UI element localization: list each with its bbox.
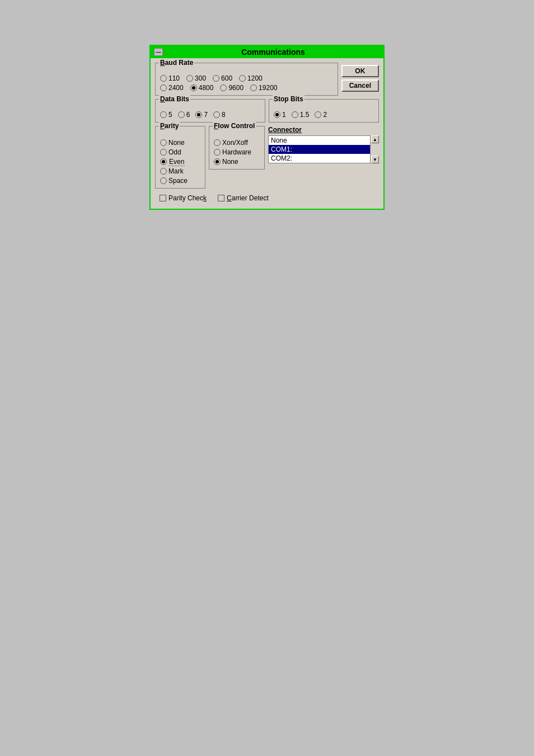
baud-4800-selected [192, 86, 195, 90]
data-5[interactable]: 5 [160, 111, 172, 119]
flow-none-selected [216, 160, 219, 163]
dialog-body: Baud Rate 110 300 6 [151, 58, 383, 209]
connector-com2[interactable]: COM2: [269, 154, 370, 163]
carrier-detect-checkbox[interactable]: Carrier Detect [218, 194, 269, 202]
connector-box: None COM1: COM2: ▲ ▼ [268, 135, 379, 163]
connector-com1[interactable]: COM1: [269, 145, 370, 154]
ok-button[interactable]: OK [341, 65, 379, 77]
baud-9600[interactable]: 9600 [220, 84, 243, 92]
data-7-radio[interactable] [195, 111, 202, 118]
parity-none[interactable]: None [160, 139, 200, 147]
parity-options: None Odd Even Mark [160, 134, 200, 185]
carrier-detect-box[interactable] [218, 195, 224, 201]
baud-9600-radio[interactable] [220, 84, 227, 91]
baud-4800[interactable]: 4800 [190, 84, 214, 92]
bottom-row: Parity None Odd Even [155, 126, 379, 189]
stop-1-5[interactable]: 1.5 [292, 111, 310, 119]
baud-600[interactable]: 600 [213, 74, 232, 82]
flow-control-label: Flow Control [213, 122, 256, 130]
stop-bits-group: Stop Bits 1 1.5 2 [269, 99, 379, 123]
baud-row-1: 110 300 600 1200 [160, 74, 333, 82]
connector-section: Connector None COM1: COM2: ▲ ▼ [268, 126, 379, 163]
parity-even-radio[interactable] [160, 158, 167, 165]
data-7[interactable]: 7 [195, 111, 208, 119]
stop-1-5-radio[interactable] [292, 111, 298, 118]
communications-dialog: — Communications Baud Rate 110 [149, 45, 385, 210]
flow-xon-xoff[interactable]: Xon/Xoff [214, 139, 260, 147]
data-7-selected [197, 113, 200, 116]
data-bits-label: Data Bits [159, 95, 190, 103]
flow-xon-xoff-radio[interactable] [214, 139, 221, 146]
cancel-button[interactable]: Cancel [341, 79, 379, 92]
parity-mark-radio[interactable] [160, 168, 167, 175]
parity-none-radio[interactable] [160, 139, 167, 146]
dialog-title: Communications [166, 48, 380, 57]
baud-row-2: 2400 4800 9600 [160, 84, 333, 92]
buttons-col: OK Cancel [341, 65, 379, 92]
parity-space-radio[interactable] [160, 177, 167, 184]
parity-check-box[interactable] [160, 195, 166, 201]
stop-1[interactable]: 1 [274, 111, 286, 119]
data-6-radio[interactable] [178, 111, 185, 118]
stop-1-radio[interactable] [274, 111, 280, 118]
stop-2[interactable]: 2 [315, 111, 327, 119]
baud-rate-grid: 110 300 600 1200 [160, 74, 333, 92]
stop-bits-row: 1 1.5 2 [274, 111, 374, 119]
data-6[interactable]: 6 [178, 111, 190, 119]
stop-2-radio[interactable] [315, 111, 321, 118]
data-5-radio[interactable] [160, 111, 167, 118]
baud-110-radio[interactable] [160, 75, 167, 82]
flow-hardware[interactable]: Hardware [214, 148, 260, 156]
flow-none-radio[interactable] [214, 158, 221, 165]
baud-rate-label: Baud Rate [159, 59, 194, 67]
parity-label: Parity [159, 122, 180, 130]
baud-300-radio[interactable] [186, 75, 193, 82]
parity-check-label: Parity Check [168, 194, 207, 202]
flow-hardware-radio[interactable] [214, 149, 221, 156]
parity-check-checkbox[interactable]: Parity Check [160, 194, 207, 202]
dialog-titlebar: — Communications [151, 46, 383, 58]
baud-600-radio[interactable] [213, 75, 219, 82]
connector-list: None COM1: COM2: [268, 135, 371, 163]
connector-scroll-down[interactable]: ▼ [371, 156, 379, 163]
parity-mark[interactable]: Mark [160, 167, 200, 175]
flow-control-group: Flow Control Xon/Xoff Hardware [209, 126, 265, 170]
data-bits-group: Data Bits 5 6 7 [155, 99, 265, 123]
flow-control-options: Xon/Xoff Hardware None [214, 134, 260, 166]
baud-4800-radio[interactable] [190, 84, 197, 91]
stop-1-selected [275, 113, 279, 116]
flow-none[interactable]: None [214, 158, 260, 166]
title-icon[interactable]: — [154, 48, 163, 56]
baud-19200-radio[interactable] [250, 84, 257, 91]
top-row: Baud Rate 110 300 6 [155, 63, 379, 96]
baud-2400[interactable]: 2400 [160, 84, 184, 92]
connector-label: Connector [268, 126, 379, 134]
baud-19200[interactable]: 19200 [250, 84, 277, 92]
parity-group: Parity None Odd Even [155, 126, 205, 189]
parity-odd[interactable]: Odd [160, 148, 200, 156]
data-bits-row: 5 6 7 8 [160, 111, 260, 119]
stop-bits-label: Stop Bits [273, 95, 305, 103]
baud-110[interactable]: 110 [160, 74, 180, 82]
data-8[interactable]: 8 [213, 111, 226, 119]
baud-300[interactable]: 300 [186, 74, 206, 82]
middle-row: Data Bits 5 6 7 [155, 99, 379, 123]
baud-2400-radio[interactable] [160, 84, 167, 91]
parity-space[interactable]: Space [160, 177, 200, 185]
parity-odd-radio[interactable] [160, 149, 167, 156]
baud-1200-radio[interactable] [239, 75, 246, 82]
connector-none[interactable]: None [269, 136, 370, 145]
parity-even[interactable]: Even [160, 158, 200, 166]
connector-scroll-up[interactable]: ▲ [371, 135, 379, 143]
baud-1200[interactable]: 1200 [239, 74, 263, 82]
bottom-checkboxes: Parity Check Carrier Detect [155, 194, 379, 204]
baud-rate-group: Baud Rate 110 300 6 [155, 63, 338, 96]
carrier-detect-label: Carrier Detect [227, 194, 269, 202]
parity-even-selected [162, 160, 165, 163]
data-8-radio[interactable] [213, 111, 220, 118]
